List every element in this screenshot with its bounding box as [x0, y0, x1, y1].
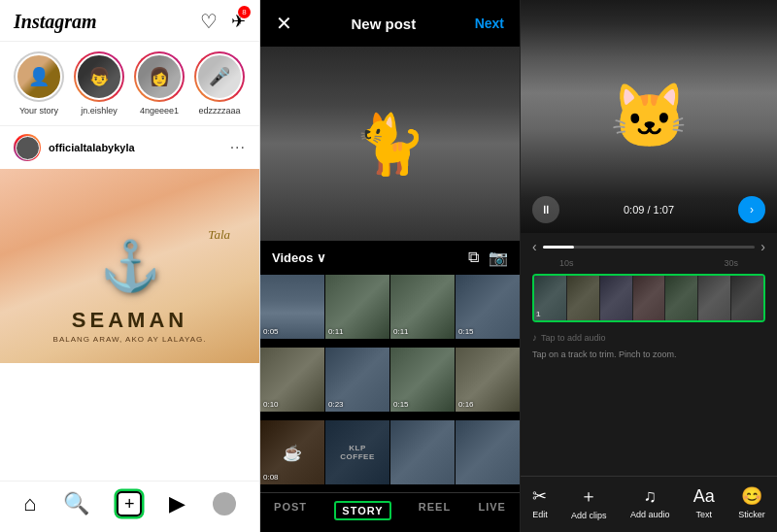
progress-fill — [543, 246, 575, 249]
message-badge: 8 — [238, 6, 251, 18]
plus-icon[interactable]: › — [760, 239, 765, 254]
tab-live[interactable]: LIVE — [478, 501, 505, 520]
add-clips-icon: ＋ — [580, 484, 597, 508]
frame-image-3 — [600, 276, 632, 320]
add-clips-tab[interactable]: ＋ Add clips — [571, 484, 607, 520]
frame-7 — [731, 276, 763, 320]
close-icon[interactable]: ✕ — [276, 12, 292, 35]
home-nav-icon[interactable]: ⌂ — [23, 491, 36, 516]
story-item-edzzzzaaa[interactable]: 🎤 edzzzzaaa — [194, 51, 245, 116]
thumb-time-9: 0:08 — [263, 473, 279, 482]
story-avatar-jneishley: 👦 — [76, 53, 122, 100]
thumb-time-7: 0:15 — [393, 400, 409, 409]
minus-icon[interactable]: ‹ — [532, 239, 537, 254]
add-audio-icon: ♫ — [643, 486, 657, 507]
gallery-thumb-5[interactable]: 0:10 — [260, 348, 324, 412]
gallery-thumb-11[interactable] — [390, 420, 455, 484]
camera-icon[interactable]: 📷 — [489, 249, 508, 267]
audio-tap-hint: ♪ Tap to add audio — [521, 328, 777, 347]
cat-preview-image: 🐈 — [260, 47, 520, 241]
post-image: ⚓ Tala SEAMAN BALANG ARAW, AKO AY LALAYA… — [0, 169, 259, 363]
gallery-thumb-4[interactable]: 0:15 — [456, 275, 520, 339]
messages-icon[interactable]: ✈ 8 — [231, 11, 246, 32]
progress-label-end: 30s — [724, 258, 738, 268]
thumb-time-2: 0:11 — [328, 327, 344, 336]
gallery-thumb-7[interactable]: 0:15 — [390, 348, 455, 412]
frame-image-7 — [731, 276, 763, 320]
next-button[interactable]: Next — [475, 16, 504, 31]
edit-tab[interactable]: ✂ Edit — [532, 485, 548, 519]
thumb-time-4: 0:15 — [458, 327, 474, 336]
post-signature: Tala — [208, 227, 230, 243]
sticker-icon: 😊 — [741, 485, 762, 507]
post-username[interactable]: officialtalabykyla — [49, 142, 135, 153]
gallery-thumb-9[interactable]: ☕ 0:08 — [260, 420, 324, 484]
playback-time: 0:09 / 1:07 — [624, 204, 674, 216]
progress-track[interactable] — [543, 246, 756, 249]
add-nav-button[interactable]: + — [117, 491, 142, 516]
tab-reel[interactable]: REEL — [419, 501, 451, 520]
frame-5 — [665, 276, 698, 320]
frame-image-5 — [665, 276, 697, 320]
gallery-thumb-8[interactable]: 0:16 — [456, 348, 520, 412]
bottom-nav: ⌂ 🔍 + ▶ — [0, 481, 259, 532]
story-item-jneishley[interactable]: 👦 jn.eishley — [74, 51, 124, 116]
text-tab[interactable]: Aa Text — [693, 486, 715, 519]
editor-progress-row: ‹ › — [521, 233, 777, 258]
story-avatar-4ngeeee1: 👩 — [136, 53, 183, 100]
post-header: officialtalabykyla ··· — [0, 126, 259, 169]
select-multiple-icon[interactable]: ⧉ — [468, 249, 479, 267]
story-item-yourstory[interactable]: 👤 Your story — [14, 51, 64, 116]
gallery-thumb-1[interactable]: 0:05 — [260, 275, 324, 339]
sticker-tab[interactable]: 😊 Sticker — [738, 485, 765, 519]
heart-icon[interactable]: ♡ — [200, 10, 218, 33]
gallery-icons: ⧉ 📷 — [468, 249, 508, 267]
text-icon: Aa — [693, 486, 715, 507]
thumb-time-5: 0:10 — [263, 400, 279, 409]
music-note-icon: ♪ — [532, 332, 537, 343]
thumb-time-6: 0:23 — [328, 400, 344, 409]
gallery-thumb-2[interactable]: 0:11 — [325, 275, 389, 339]
gallery-grid: 0:05 0:11 0:11 0:15 0:10 0:23 0:15 0:16 — [260, 275, 520, 492]
frame-image-2 — [567, 276, 599, 320]
thumb-image-11 — [390, 420, 455, 484]
cat-editor-icon: 🐱 — [610, 80, 689, 153]
audio-tap-text[interactable]: Tap to add audio — [541, 333, 606, 343]
story-label-edzzzzaaa: edzzzzaaa — [198, 106, 240, 116]
search-nav-icon[interactable]: 🔍 — [63, 491, 89, 516]
post-subtitle: BALANG ARAW, AKO AY LALAYAG. — [53, 335, 207, 344]
story-avatar-yourstory: 👤 — [16, 53, 62, 100]
pause-button[interactable]: ⏸ — [532, 196, 559, 223]
edit-tab-label: Edit — [532, 510, 548, 519]
next-editor-button[interactable]: › — [738, 196, 765, 223]
gallery-label[interactable]: Videos ∨ — [272, 250, 326, 265]
trim-hint: Tap on a track to trim. Pinch to zoom. — [521, 347, 777, 365]
add-audio-tab[interactable]: ♫ Add audio — [630, 486, 670, 519]
chevron-down-icon: ∨ — [317, 250, 326, 265]
story-label-jneishley: jn.eishley — [81, 106, 118, 116]
feed-header: Instagram ♡ ✈ 8 — [0, 0, 259, 42]
tab-story[interactable]: STORY — [334, 501, 390, 520]
gallery-thumb-3[interactable]: 0:11 — [390, 275, 455, 339]
reels-nav-icon[interactable]: ▶ — [169, 491, 186, 516]
progress-labels: 10s 30s — [521, 258, 777, 268]
feed-panel: Instagram ♡ ✈ 8 👤 Your story 👦 jn.eishle… — [0, 0, 260, 532]
add-clips-label: Add clips — [571, 511, 607, 520]
profile-nav-icon[interactable] — [213, 492, 236, 515]
editor-video-preview: 🐱 ⏸ 0:09 / 1:07 › — [521, 0, 777, 233]
newpost-header: ✕ New post Next — [260, 0, 520, 47]
post-options-icon[interactable]: ··· — [230, 139, 246, 156]
gallery-thumb-6[interactable]: 0:23 — [325, 348, 389, 412]
newpost-preview: 🐈 — [260, 47, 520, 241]
editor-bottom-tabs: ✂ Edit ＋ Add clips ♫ Add audio Aa Text 😊… — [521, 476, 777, 532]
post-user-info: officialtalabykyla — [14, 134, 135, 161]
timeline-strip[interactable]: 1 — [532, 274, 765, 322]
gallery-thumb-10[interactable]: KLPCOFFEE — [325, 420, 389, 484]
progress-label-start: 10s — [559, 258, 574, 268]
story-item-4ngeeee1[interactable]: 👩 4ngeeee1 — [134, 51, 185, 116]
post-title: SEAMAN — [53, 308, 207, 333]
frame-label-1: 1 — [536, 310, 540, 318]
tab-post[interactable]: POST — [274, 501, 307, 520]
sticker-tab-label: Sticker — [738, 510, 765, 519]
gallery-thumb-12[interactable] — [456, 420, 520, 484]
